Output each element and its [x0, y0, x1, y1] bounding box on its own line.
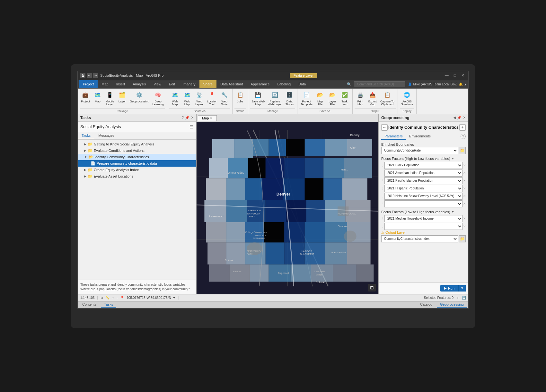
ribbon-item-map-file[interactable]: 📂 MapFile — [314, 90, 326, 107]
notification-icon[interactable]: 🔔 — [459, 83, 462, 86]
measure-icon[interactable]: 📏 — [106, 296, 110, 300]
geo-tab-environments[interactable]: Environments — [406, 133, 434, 140]
geo-back-icon[interactable]: ◀ — [453, 116, 456, 120]
tree-item-evaluate-conditions[interactable]: ▶ 📁 Evaluate Conditions and Actions — [78, 147, 196, 154]
run-button[interactable]: ▶ Run — [440, 285, 458, 292]
ribbon-item-task-item[interactable]: ✅ TaskItem — [339, 90, 350, 107]
ribbon-item-project-template[interactable]: 📄 ProjectTemplate — [299, 90, 314, 107]
undo-icon[interactable]: ↩ — [87, 73, 92, 78]
geo-help-circle[interactable]: ? — [461, 134, 466, 139]
ribbon-item-geoprocessing[interactable]: ⚙️ Geoprocessing — [128, 90, 151, 104]
tab-contents[interactable]: Contents — [79, 302, 100, 308]
tab-labeling[interactable]: Labeling — [274, 80, 295, 88]
tab-tasks[interactable]: Tasks — [78, 132, 94, 139]
ribbon-item-mobile-layer[interactable]: 📱 MobileLayer — [104, 90, 116, 107]
tab-project[interactable]: Project — [79, 80, 98, 88]
geo-tab-parameters[interactable]: Parameters — [381, 133, 406, 140]
remove-factor-3[interactable]: ✕ — [463, 187, 466, 190]
run-dropdown-button[interactable]: ▼ — [458, 285, 466, 292]
ribbon-item-web-layer[interactable]: 📡 WebLayer▾ — [194, 90, 205, 107]
expand-icon[interactable]: ▲ — [464, 83, 467, 86]
ribbon-item-print-map[interactable]: 🖨️ PrintMap — [355, 90, 366, 107]
tree-item-create-equity[interactable]: ▶ 📁 Create Equity Analysis Index — [78, 167, 196, 173]
map-canvas[interactable]: City Berkley Lakewood Wheat Ridge Spivak… — [197, 122, 378, 294]
geo-pin-icon[interactable]: 📌 — [457, 116, 462, 120]
quick-access-icon[interactable]: 💾 — [80, 73, 85, 78]
output-layer-select[interactable]: CommunityCharacteristicsIndex — [381, 235, 458, 242]
command-search-input[interactable] — [354, 81, 405, 87]
tab-edit[interactable]: Edit — [165, 80, 179, 88]
ribbon-item-replace-web-layer[interactable]: 🔄 ReplaceWeb Layer — [267, 90, 283, 107]
ribbon-item-locator[interactable]: 📍 LocatorTool — [206, 90, 218, 107]
tab-analysis[interactable]: Analysis — [129, 80, 150, 88]
geoprocessing-button[interactable]: Geoprocessing — [437, 302, 467, 308]
map-tab[interactable]: Map ✕ — [198, 115, 217, 121]
location-icon[interactable]: 📍 — [120, 296, 124, 300]
coords-dropdown[interactable]: ▼ — [172, 296, 176, 300]
zoom-in-icon[interactable]: + — [112, 296, 114, 300]
geo-help-icon[interactable]: ? — [461, 133, 466, 140]
output-layer-folder[interactable]: 📁 — [459, 235, 466, 242]
factor-pacific-islander-select[interactable]: 2021 Pacific Islander Population — [384, 177, 462, 184]
ribbon-item-deep-learning[interactable]: 🧠 DeepLearning — [151, 90, 165, 107]
ribbon-item-map[interactable]: 🗺️ Map — [92, 90, 103, 104]
maximize-btn[interactable]: □ — [453, 73, 457, 78]
factor-hispanic-select[interactable]: 2021 Hispanic Population — [384, 185, 462, 192]
high-to-low-expand[interactable]: ▼ — [452, 157, 454, 160]
remove-factor-0[interactable]: ✕ — [463, 163, 466, 167]
geo-add-button[interactable]: + — [459, 124, 466, 131]
factor-poverty-select[interactable]: 2019 HHs: Inc Below Poverty Level (ACS 5… — [384, 193, 462, 200]
tasks-close-icon[interactable]: ✕ — [191, 116, 194, 120]
map-nav-button[interactable]: ⊞ — [368, 284, 376, 292]
ribbon-item-save-web-map[interactable]: 💾 Save WebMap — [250, 90, 266, 107]
tab-imagery[interactable]: Imagery — [179, 80, 199, 88]
ribbon-item-layer-file[interactable]: 📂 LayerFile — [327, 90, 338, 107]
tab-data-assistant[interactable]: Data Assistant — [216, 80, 247, 88]
geo-close-icon[interactable]: ✕ — [463, 116, 466, 120]
remove-factor-7[interactable]: ✕ — [463, 224, 466, 228]
tree-item-identify-community[interactable]: ▼ 📂 Identify Community Characteristics — [78, 154, 196, 160]
remove-factor-1[interactable]: ✕ — [463, 171, 466, 175]
factor-black-pop-select[interactable]: 2021 Black Population — [384, 162, 462, 169]
catalog-button[interactable]: Catalog — [417, 302, 436, 308]
tree-item-prepare-data[interactable]: 📄 Prepare community characteristic data — [78, 160, 196, 167]
tab-tasks-bottom[interactable]: Tasks — [101, 302, 116, 308]
tab-insert[interactable]: Insert — [112, 80, 129, 88]
low-to-high-expand[interactable]: ▼ — [452, 210, 454, 213]
tab-share[interactable]: Share — [199, 80, 216, 88]
refresh-icon[interactable]: 🔄 — [462, 296, 466, 300]
tasks-help-icon[interactable]: ? — [182, 116, 184, 120]
ribbon-item-export-map[interactable]: 📤 ExportMap — [367, 90, 378, 107]
ribbon-item-web-tool[interactable]: 🔧 WebTool▾ — [219, 90, 230, 107]
pause-icon[interactable]: ⏸ — [456, 296, 459, 300]
ribbon-item-project[interactable]: 💼 Project — [80, 90, 91, 104]
enriched-boundaries-folder[interactable]: 📁 — [459, 147, 466, 154]
ribbon-item-capture-clipboard[interactable]: 📋 Capture ToClipboard — [379, 90, 396, 107]
zoom-out-icon[interactable]: - — [117, 296, 118, 300]
factor-low-empty-select[interactable] — [384, 223, 462, 230]
ribbon-item-web-map2[interactable]: 🗺️ WebMap — [181, 90, 193, 107]
tab-messages[interactable]: Messages — [94, 132, 118, 139]
ribbon-item-data-stores[interactable]: 🗄️ DataStores — [284, 90, 295, 107]
remove-factor-4[interactable]: ✕ — [463, 194, 466, 198]
factor-empty-select[interactable] — [384, 200, 462, 207]
minimize-btn[interactable]: — — [444, 73, 450, 78]
tasks-pin-icon[interactable]: 📌 — [185, 116, 189, 120]
tasks-menu-icon[interactable]: ☰ — [189, 124, 194, 129]
tab-view[interactable]: View — [150, 80, 165, 88]
tree-item-getting-to-know[interactable]: ▶ 📁 Getting to Know Social Equity Analys… — [78, 141, 196, 147]
scale-tools-icon[interactable]: ⊕ — [101, 296, 103, 300]
close-btn[interactable]: ✕ — [460, 73, 466, 78]
tree-item-evaluate-assets[interactable]: ▶ 📁 Evaluate Asset Locations — [78, 173, 196, 179]
ribbon-item-jobs[interactable]: 📋 Jobs — [234, 90, 246, 104]
ribbon-item-layer[interactable]: 🗂️ Layer — [116, 90, 128, 104]
factor-median-income-select[interactable]: 2021 Median Household Income — [384, 215, 462, 222]
ribbon-item-arcgis-solutions[interactable]: 🌐 ArcGISSolutions — [400, 90, 414, 107]
tab-data[interactable]: Data — [295, 80, 310, 88]
ribbon-item-web-map[interactable]: 🗺️ WebMap — [169, 90, 181, 107]
tab-appearance[interactable]: Appearance — [247, 80, 273, 88]
remove-factor-5[interactable]: ✕ — [463, 202, 466, 205]
redo-icon[interactable]: ↪ — [93, 73, 98, 78]
remove-factor-2[interactable]: ✕ — [463, 179, 466, 182]
tab-map[interactable]: Map — [98, 80, 112, 88]
